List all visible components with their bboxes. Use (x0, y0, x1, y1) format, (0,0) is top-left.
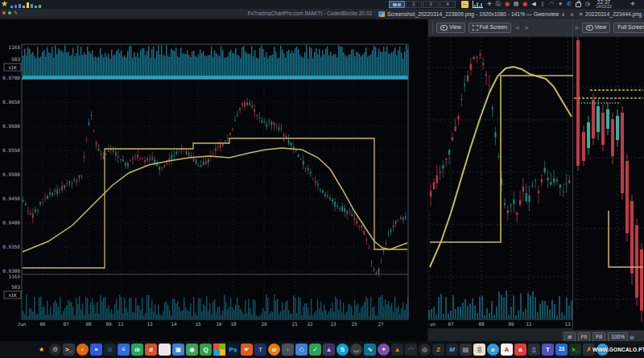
tasks-app-icon[interactable]: ≡ (118, 344, 130, 356)
stats-app-icon[interactable]: ılı (131, 344, 143, 356)
green-terminal-icon[interactable]: >_ (569, 344, 581, 356)
clipboard-icon[interactable]: ▤ (513, 0, 519, 9)
keyboard-app-icon[interactable]: ▤ (460, 344, 472, 356)
zoom-icon[interactable]: ⊕ (630, 335, 634, 341)
background-window-title: FxTradingChartPro.com [MAKT] - CodexBloc… (18, 10, 375, 16)
terminal-icon[interactable]: >_ (63, 344, 75, 356)
vlc-icon[interactable]: ▲ (391, 344, 403, 356)
svg-text:583: 583 (11, 56, 20, 62)
forward-button[interactable]: > (525, 24, 529, 31)
eye-icon (440, 25, 448, 31)
mini-bar (23, 6, 25, 8)
edge-icon[interactable]: e (487, 344, 499, 356)
middle-chart-window[interactable]: un0708091113 (428, 37, 573, 341)
white-app-icon[interactable] (159, 344, 171, 356)
ide-icon[interactable]: » (90, 344, 102, 356)
calendar-23-icon[interactable]: 23 (555, 344, 568, 356)
right-chart-window[interactable] (574, 37, 644, 330)
view-button[interactable]: View (436, 23, 465, 33)
tray-overflow-icon[interactable]: ✛ (630, 0, 636, 9)
shield-app-icon[interactable]: ✓ (309, 344, 321, 356)
clock[interactable]: 22:37 14/03/22 (591, 0, 617, 9)
middle-window-body (428, 328, 573, 341)
z-app-icon[interactable]: Z (432, 344, 444, 356)
m-app-icon[interactable]: M (446, 344, 458, 356)
sticky-note-icon[interactable] (461, 1, 469, 8)
phone-app-icon[interactable]: ▯ (528, 344, 540, 356)
obs-icon[interactable]: ◎ (419, 344, 431, 356)
fish-app-icon[interactable]: ◗ (282, 344, 294, 356)
timer-icon[interactable]: ◷ (584, 0, 591, 9)
shark-app-icon[interactable]: ◠ (405, 344, 417, 356)
shade-button[interactable]: ∨ (561, 11, 565, 18)
kdeconnect-phone-icon[interactable]: ✆ (566, 0, 572, 9)
photos-app-icon[interactable]: ▣ (172, 344, 184, 356)
teams-icon[interactable]: T (542, 344, 554, 356)
gwenview-titlebar[interactable]: Screenshot_20220314_223609.png - 1920x10… (375, 9, 644, 20)
fullscreen-button[interactable]: Full Screen (613, 23, 644, 33)
svg-text:07: 07 (63, 321, 69, 327)
mountain-app-icon[interactable]: ▲ (323, 344, 335, 356)
mini-bar (35, 6, 37, 8)
svg-text:0.9650: 0.9650 (2, 99, 20, 105)
wifi-icon[interactable]: ◠ (548, 0, 555, 9)
svg-text:0.9350: 0.9350 (2, 244, 20, 249)
firefox-icon[interactable]: ◖ (76, 344, 89, 356)
microsoft-logo-icon[interactable] (213, 344, 225, 356)
hand-app-icon[interactable]: ☛ (241, 344, 253, 356)
svg-text:0.9300: 0.9300 (2, 268, 20, 274)
tools-cross-icon[interactable]: ✛ (486, 0, 493, 9)
svg-text:0.9700: 0.9700 (2, 75, 20, 80)
close-button[interactable]: ✕ (579, 11, 583, 18)
settings-gear-icon[interactable]: ⚙ (49, 344, 61, 356)
svg-text:un: un (430, 321, 436, 327)
skype-icon[interactable]: S (336, 344, 349, 356)
blender-icon[interactable]: ơ (268, 344, 280, 356)
camera-app-icon[interactable]: ◉ (186, 344, 198, 356)
svg-text:Jun: Jun (18, 321, 27, 327)
lock-icon[interactable] (576, 2, 581, 7)
fullscreen-button[interactable]: Full Screen (469, 23, 511, 33)
toolbar-divider (432, 23, 433, 34)
view-button[interactable]: View (582, 23, 611, 33)
stream-app-icon[interactable]: ∿ (364, 344, 376, 356)
workspace-1[interactable] (389, 1, 405, 8)
middle-chart-image[interactable]: un0708091113 (428, 37, 573, 341)
cube-app-icon[interactable]: ◇ (295, 344, 308, 356)
b-circle-icon[interactable]: ⓑ (495, 0, 502, 9)
system-monitor-icon[interactable] (473, 1, 483, 8)
search-app-icon[interactable]: Q (200, 344, 212, 356)
svg-text:0.9400: 0.9400 (2, 220, 20, 225)
system-tray[interactable]: ✛ⓑ●▤●◀ᛒ◠▾✆◷ (486, 0, 591, 9)
left-chart-image[interactable]: x1Kx1K11655830.97000.96500.96000.95500.9… (0, 19, 427, 341)
svg-text:1165: 1165 (9, 44, 21, 50)
volume-icon[interactable]: ◀ (530, 0, 537, 9)
favorites-star-icon[interactable]: ★ (1, 0, 8, 8)
bluetooth-icon[interactable]: ᛒ (539, 0, 546, 9)
palette-app-icon[interactable]: ✦ (378, 344, 390, 356)
window-max-dot[interactable] (8, 11, 11, 14)
workspace-4[interactable]: 4 (440, 1, 456, 8)
notes-app-icon[interactable]: ≣ (473, 344, 485, 356)
workspace-pager[interactable]: 234 (389, 1, 456, 8)
forward-button[interactable]: > (575, 24, 579, 31)
workspace-2[interactable]: 2 (406, 1, 422, 8)
red-a-app-icon[interactable]: a (514, 344, 526, 356)
record-dot-icon[interactable]: ● (522, 0, 528, 9)
left-chart-window[interactable]: x1Kx1K11655830.97000.96500.96000.95500.9… (0, 19, 428, 341)
t-app-icon[interactable]: T (254, 344, 266, 356)
record-badge-icon[interactable]: ● (504, 0, 510, 9)
d-app-icon[interactable]: d (145, 344, 157, 356)
workspace-3[interactable]: 3 (423, 1, 439, 8)
photoshop-icon[interactable]: Ps (227, 344, 239, 356)
maximize-button[interactable]: ∧ (570, 11, 574, 18)
window-close-dot[interactable] (2, 11, 6, 14)
discord-icon[interactable]: ◡ (350, 344, 362, 356)
mini-bar (10, 6, 13, 8)
right-chart-image[interactable] (574, 37, 644, 330)
caret-down-icon[interactable]: ▾ (557, 0, 564, 9)
back-button[interactable]: < (516, 24, 520, 31)
smiley-app-icon[interactable]: ☺ (104, 344, 116, 356)
pdf-reader-icon[interactable]: A (501, 344, 513, 356)
favorites-star-icon[interactable]: ★ (35, 344, 47, 356)
